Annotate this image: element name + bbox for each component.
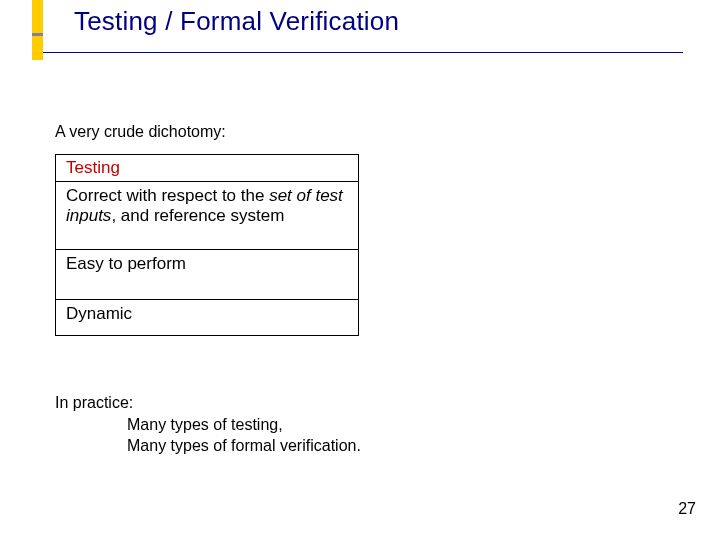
- practice-line: Many types of testing,: [55, 414, 361, 436]
- title-underline: [43, 52, 683, 53]
- page-title: Testing / Formal Verification: [74, 6, 399, 37]
- slide: Testing / Formal Verification A very cru…: [0, 0, 720, 540]
- cell-text: , and reference system: [111, 206, 284, 225]
- cell-text: Correct with respect to the: [66, 186, 269, 205]
- table-row: Easy to perform: [56, 250, 359, 300]
- comparison-table: Testing Correct with respect to the set …: [55, 154, 359, 336]
- practice-lead: In practice:: [55, 392, 361, 414]
- practice-line: Many types of formal verification.: [55, 435, 361, 457]
- page-number: 27: [678, 500, 696, 518]
- table-header-testing: Testing: [56, 155, 359, 182]
- table-row: Dynamic: [56, 300, 359, 336]
- practice-block: In practice: Many types of testing, Many…: [55, 392, 361, 457]
- intro-text: A very crude dichotomy:: [55, 123, 226, 141]
- accent-strip: [32, 0, 43, 60]
- table-row: Correct with respect to the set of test …: [56, 182, 359, 250]
